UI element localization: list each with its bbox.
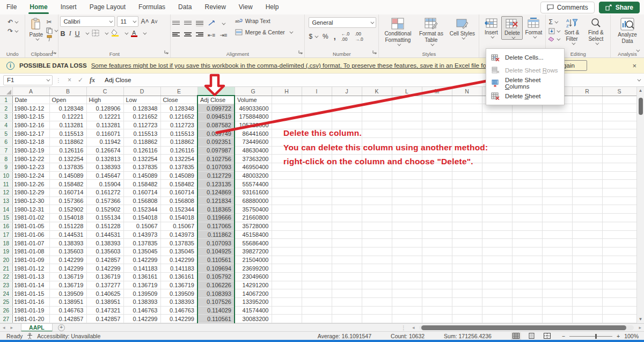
row-header-25[interactable]: 25 xyxy=(0,298,12,307)
cell-P21[interactable] xyxy=(512,264,542,273)
cell-P3[interactable] xyxy=(512,112,542,121)
cell-A4[interactable]: 1980-12-16 xyxy=(12,121,49,129)
cell-G7[interactable]: 48630400 xyxy=(235,146,272,155)
row-header-15[interactable]: 15 xyxy=(0,214,12,222)
cell-N13[interactable] xyxy=(452,197,482,205)
cell-A20[interactable]: 1981-01-09 xyxy=(12,256,49,264)
cell-J26[interactable] xyxy=(332,306,362,315)
cell-C12[interactable]: 0.161272 xyxy=(86,188,123,197)
cell-K1[interactable] xyxy=(362,96,392,104)
cell-C1[interactable]: High xyxy=(86,96,123,104)
cell-F17[interactable]: 0.111862 xyxy=(197,230,235,239)
cell-J2[interactable] xyxy=(332,104,362,113)
row-header-5[interactable]: 5 xyxy=(0,129,12,138)
menu-item-delete-cells[interactable]: Delete Cells... xyxy=(486,51,564,64)
cell-S14[interactable] xyxy=(602,205,636,214)
cell-P13[interactable] xyxy=(512,197,542,205)
cell-Q19[interactable] xyxy=(542,247,572,256)
sheet-tab-aapl[interactable]: AAPL xyxy=(21,324,53,332)
cell-O23[interactable] xyxy=(482,281,512,289)
row-header-22[interactable]: 22 xyxy=(0,272,12,281)
cell-M10[interactable] xyxy=(422,171,452,180)
cell-S8[interactable] xyxy=(602,155,636,163)
wrap-text-button[interactable]: ab Wrap Text xyxy=(235,18,292,24)
cell-S2[interactable] xyxy=(602,104,636,113)
borders-dropdown-icon[interactable] xyxy=(105,31,108,35)
cell-O24[interactable] xyxy=(482,289,512,298)
cell-M18[interactable] xyxy=(422,239,452,248)
merge-center-button[interactable]: Merge & Center xyxy=(235,29,292,35)
cell-Q27[interactable] xyxy=(542,315,572,323)
cell-B19[interactable]: 0.135603 xyxy=(49,247,86,256)
cell-G17[interactable]: 45158400 xyxy=(235,230,272,239)
cell-S25[interactable] xyxy=(602,298,636,307)
cell-D19[interactable]: 0.135045 xyxy=(123,247,160,256)
cell-B4[interactable]: 0.113281 xyxy=(49,121,86,129)
cell-H2[interactable] xyxy=(272,104,302,113)
cell-S12[interactable] xyxy=(602,188,636,197)
cell-S23[interactable] xyxy=(602,281,636,289)
row-header-8[interactable]: 8 xyxy=(0,155,12,163)
cell-M16[interactable] xyxy=(422,222,452,230)
cell-L13[interactable] xyxy=(392,197,422,205)
cell-H24[interactable] xyxy=(272,289,302,298)
borders-button[interactable] xyxy=(92,30,99,38)
cell-S20[interactable] xyxy=(602,256,636,264)
cell-E27[interactable]: 0.142299 xyxy=(160,315,197,323)
cell-G24[interactable]: 14067200 xyxy=(235,289,272,298)
cell-Q24[interactable] xyxy=(542,289,572,298)
cell-D7[interactable]: 0.126116 xyxy=(123,146,160,155)
cell-B3[interactable]: 0.12221 xyxy=(49,112,86,121)
cell-G20[interactable]: 21504000 xyxy=(235,256,272,264)
column-header-A[interactable]: A xyxy=(12,87,49,96)
cell-C21[interactable]: 0.142299 xyxy=(86,264,123,273)
comma-style-icon[interactable]: , xyxy=(334,32,336,41)
cell-E25[interactable]: 0.138393 xyxy=(160,298,197,307)
cell-O19[interactable] xyxy=(482,247,512,256)
cell-S15[interactable] xyxy=(602,214,636,222)
cell-B15[interactable]: 0.154018 xyxy=(49,214,86,222)
cell-J18[interactable] xyxy=(332,239,362,248)
cell-R25[interactable] xyxy=(572,298,602,307)
cell-E1[interactable]: Close xyxy=(160,96,197,104)
cell-M13[interactable] xyxy=(422,197,452,205)
cell-P20[interactable] xyxy=(512,256,542,264)
cell-N19[interactable] xyxy=(452,247,482,256)
cell-B2[interactable]: 0.128348 xyxy=(49,104,86,113)
share-button[interactable]: Share xyxy=(599,2,640,13)
cell-H27[interactable] xyxy=(272,315,302,323)
cell-O11[interactable] xyxy=(482,180,512,188)
fill-button[interactable] xyxy=(547,28,560,34)
vertical-scroll-thumb[interactable] xyxy=(639,98,643,115)
cell-N26[interactable] xyxy=(452,306,482,315)
cell-E9[interactable]: 0.137835 xyxy=(160,163,197,172)
cell-F20[interactable]: 0.110561 xyxy=(197,256,235,264)
cell-F1[interactable]: Adj Close xyxy=(197,96,235,104)
cell-Q11[interactable] xyxy=(542,180,572,188)
cell-A23[interactable]: 1981-01-14 xyxy=(12,281,49,289)
cell-L10[interactable] xyxy=(392,171,422,180)
delete-cells-button[interactable]: Delete xyxy=(501,16,523,40)
select-all-corner[interactable] xyxy=(0,87,12,96)
row-header-3[interactable]: 3 xyxy=(0,112,12,121)
cell-K18[interactable] xyxy=(362,239,392,248)
cell-D12[interactable]: 0.160714 xyxy=(123,188,160,197)
cell-F9[interactable]: 0.107093 xyxy=(197,163,235,172)
insert-function-icon[interactable]: fx xyxy=(90,76,95,84)
cell-I22[interactable] xyxy=(302,272,332,281)
cell-M14[interactable] xyxy=(422,205,452,214)
cell-N14[interactable] xyxy=(452,205,482,214)
cut-button[interactable]: ✂ xyxy=(45,18,58,26)
cell-Q15[interactable] xyxy=(542,214,572,222)
cell-I1[interactable] xyxy=(302,96,332,104)
cell-A24[interactable]: 1981-01-15 xyxy=(12,289,49,298)
cell-L11[interactable] xyxy=(392,180,422,188)
cell-C11[interactable]: 0.15904 xyxy=(86,180,123,188)
column-header-G[interactable]: G xyxy=(235,87,272,96)
cell-E22[interactable]: 0.136161 xyxy=(160,272,197,281)
cell-R14[interactable] xyxy=(572,205,602,214)
redo-button[interactable]: ↷ xyxy=(6,27,18,35)
cell-G21[interactable]: 23699200 xyxy=(235,264,272,273)
cell-L27[interactable] xyxy=(392,315,422,323)
cell-H22[interactable] xyxy=(272,272,302,281)
